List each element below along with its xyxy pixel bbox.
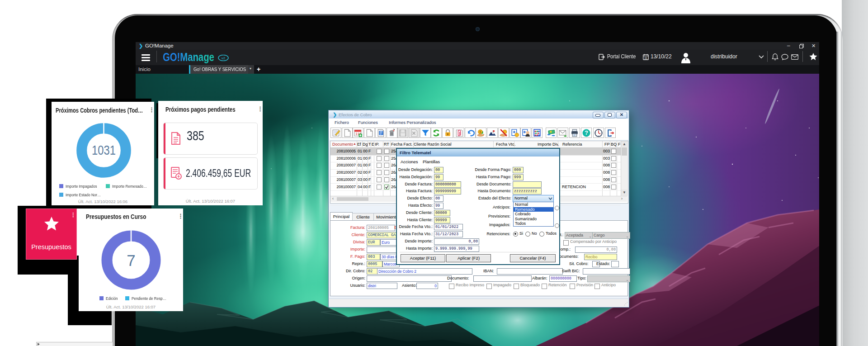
svg-text:1031: 1031 <box>92 143 116 157</box>
svg-text:?: ? <box>585 130 588 136</box>
svg-text:31: 31 <box>644 57 648 60</box>
svg-text:$: $ <box>480 130 481 134</box>
svg-text:v2: v2 <box>222 56 226 60</box>
svg-text:7: 7 <box>127 251 135 269</box>
